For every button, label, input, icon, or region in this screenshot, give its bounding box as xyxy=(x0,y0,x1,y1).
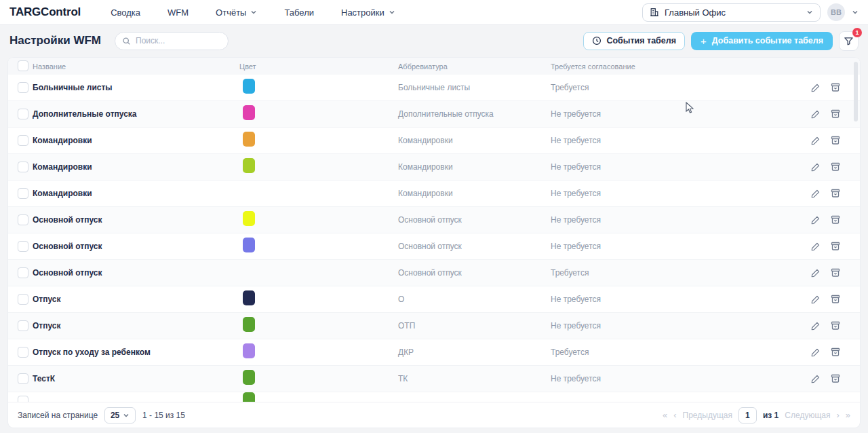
color-cell xyxy=(239,370,398,388)
search-box[interactable] xyxy=(115,32,229,50)
table-row[interactable]: Больничные листы Больничные листы Требуе… xyxy=(8,75,860,101)
prev-page-arrow-button[interactable]: ‹ xyxy=(673,410,676,420)
table-row[interactable]: ТестК ТК Не требуется xyxy=(8,366,860,392)
table-row[interactable]: Командировки Командировки Не требуется xyxy=(8,181,860,207)
archive-icon[interactable] xyxy=(830,109,841,119)
archive-icon[interactable] xyxy=(830,82,841,93)
row-checkbox[interactable] xyxy=(18,214,28,225)
select-all-checkbox[interactable] xyxy=(18,60,28,71)
edit-icon[interactable] xyxy=(810,109,821,119)
archive-icon[interactable] xyxy=(830,267,841,278)
archive-icon[interactable] xyxy=(830,320,841,331)
color-swatch xyxy=(243,211,255,226)
table-row[interactable]: Дополнительные отпуска Дополнительные от… xyxy=(8,101,860,128)
nav-item-4[interactable]: Настройки xyxy=(341,7,395,18)
color-swatch xyxy=(243,317,255,332)
table-row[interactable]: Основной отпуск Основной отпуск Не требу… xyxy=(8,233,860,260)
event-abbreviation: Командировки xyxy=(398,162,551,172)
archive-icon[interactable] xyxy=(830,188,841,199)
edit-icon[interactable] xyxy=(810,135,821,146)
search-input[interactable] xyxy=(136,36,221,45)
page-count-label: из 1 xyxy=(763,411,778,420)
filter-icon xyxy=(844,36,854,46)
per-page-select[interactable]: 25 xyxy=(104,407,136,423)
row-checkbox[interactable] xyxy=(18,347,28,358)
row-checkbox[interactable] xyxy=(18,373,28,384)
edit-icon[interactable] xyxy=(810,162,821,172)
archive-icon[interactable] xyxy=(830,347,841,358)
office-select[interactable]: Главный Офис xyxy=(642,3,821,22)
color-cell xyxy=(239,343,398,361)
nav-item-0[interactable]: Сводка xyxy=(111,7,140,18)
avatar[interactable]: ВВ xyxy=(827,3,845,21)
events-table-card: Название Цвет Аббревиатура Требуется сог… xyxy=(8,58,860,428)
table-row[interactable]: Основной отпуск Основной отпуск Не требу… xyxy=(8,207,860,233)
archive-icon[interactable] xyxy=(830,214,841,225)
first-page-button[interactable]: « xyxy=(663,410,667,420)
archive-icon[interactable] xyxy=(830,373,841,384)
edit-icon[interactable] xyxy=(810,267,821,278)
table-row[interactable]: Отпуск ОТП Не требуется xyxy=(8,313,860,339)
filter-button[interactable]: 1 xyxy=(839,31,859,51)
timesheet-events-button[interactable]: События табеля xyxy=(583,32,685,50)
color-cell xyxy=(239,79,398,96)
color-swatch xyxy=(243,392,255,402)
archive-icon[interactable] xyxy=(830,135,841,146)
row-checkbox[interactable] xyxy=(18,396,28,402)
color-swatch xyxy=(243,79,255,94)
row-checkbox[interactable] xyxy=(18,109,28,119)
next-page-arrow-button[interactable]: › xyxy=(836,410,839,420)
event-abbreviation: Командировки xyxy=(398,189,551,198)
row-checkbox[interactable] xyxy=(18,135,28,146)
row-checkbox[interactable] xyxy=(18,267,28,278)
edit-icon[interactable] xyxy=(810,320,821,331)
color-cell xyxy=(239,105,398,123)
table-row[interactable]: Командировки Командировки Не требуется xyxy=(8,128,860,154)
nav-item-3[interactable]: Табели xyxy=(284,7,314,18)
color-swatch xyxy=(243,132,255,147)
edit-icon[interactable] xyxy=(810,373,821,384)
edit-icon[interactable] xyxy=(810,82,821,93)
approval-status: Не требуется xyxy=(551,242,792,251)
add-timesheet-event-button[interactable]: + Добавить событие табеля xyxy=(691,32,833,50)
nav-item-2[interactable]: Отчёты xyxy=(216,7,257,18)
edit-icon[interactable] xyxy=(810,188,821,199)
color-swatch xyxy=(243,343,255,358)
table-row[interactable]: Основной отпуск Основной отпуск Требуетс… xyxy=(8,260,860,286)
archive-icon[interactable] xyxy=(830,241,841,252)
table-row[interactable]: Отпуск по уходу за ребенком ДКР Требуетс… xyxy=(8,339,860,366)
archive-icon[interactable] xyxy=(830,294,841,305)
last-page-button[interactable]: » xyxy=(846,410,850,420)
current-page-input[interactable]: 1 xyxy=(738,407,757,423)
vertical-scrollbar[interactable] xyxy=(854,62,858,121)
event-abbreviation: ОТП xyxy=(398,321,551,331)
table-row[interactable] xyxy=(8,392,860,402)
archive-icon[interactable] xyxy=(830,162,841,172)
approval-status: Не требуется xyxy=(551,295,792,304)
column-header-color: Цвет xyxy=(239,62,398,71)
prev-page-button[interactable]: Предыдущая xyxy=(683,411,732,420)
row-checkbox[interactable] xyxy=(18,320,28,331)
table-row[interactable]: Командировки Командировки Не требуется xyxy=(8,154,860,181)
edit-icon[interactable] xyxy=(810,241,821,252)
row-checkbox[interactable] xyxy=(18,294,28,305)
color-swatch xyxy=(243,290,255,305)
event-abbreviation: О xyxy=(398,295,551,304)
row-checkbox[interactable] xyxy=(18,162,28,172)
edit-icon[interactable] xyxy=(810,294,821,305)
top-navbar: TARGControl СводкаWFMОтчётыТабелиНастрой… xyxy=(0,0,868,25)
per-page-value: 25 xyxy=(111,411,119,420)
user-menu-chevron-icon[interactable] xyxy=(852,9,859,16)
plus-icon: + xyxy=(701,36,707,46)
approval-status: Не требуется xyxy=(551,374,792,383)
edit-icon[interactable] xyxy=(810,347,821,358)
next-page-button[interactable]: Следующая xyxy=(785,411,830,420)
table-row[interactable]: Отпуск О Не требуется xyxy=(8,286,860,313)
row-checkbox[interactable] xyxy=(18,188,28,199)
approval-status: Не требуется xyxy=(551,162,792,172)
color-swatch xyxy=(243,158,255,173)
nav-item-1[interactable]: WFM xyxy=(167,7,189,18)
row-checkbox[interactable] xyxy=(18,82,28,93)
row-checkbox[interactable] xyxy=(18,241,28,252)
edit-icon[interactable] xyxy=(810,214,821,225)
